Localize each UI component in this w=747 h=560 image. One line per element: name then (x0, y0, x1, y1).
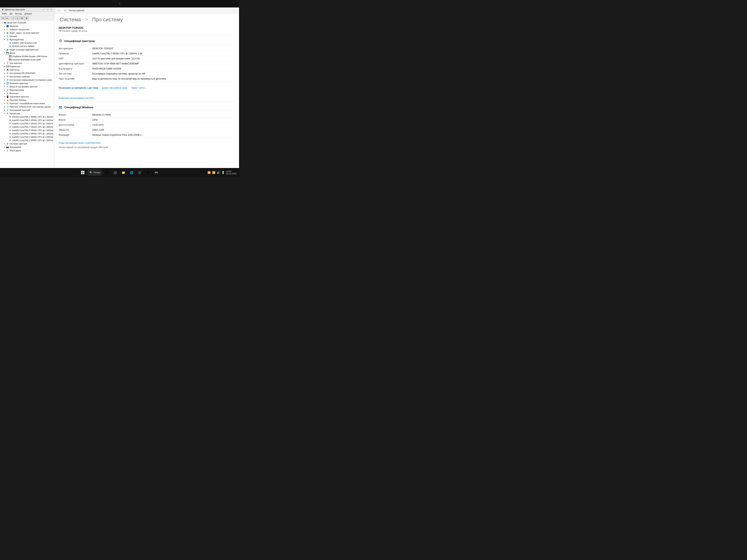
tree-item[interactable]: ►🖥Монітори (0, 92, 54, 95)
back-button[interactable]: ◄ (1, 16, 5, 20)
tree-item[interactable]: ►🔋Батареї (0, 34, 54, 38)
tree-item[interactable]: ►⚙Контролери універсальної послідовної ш… (0, 78, 54, 82)
tree-toggle-icon[interactable]: ► (3, 150, 6, 151)
link-ms-agreement[interactable]: Угода про використання служб Microsoft (59, 142, 101, 144)
tree-item[interactable]: ⚙Intel(R) Core(TM) i7-8550U CPU @ 1.80GH… (0, 115, 54, 118)
tree-toggle-icon[interactable]: ► (3, 25, 6, 27)
settings-back-button[interactable]: ← (57, 8, 61, 12)
tree-item[interactable]: ►🔊Аудіо-, відео- та ігрові пристрої (0, 31, 54, 34)
tree-item[interactable]: ►⚙Мікропрограма: (0, 88, 54, 92)
tree-item[interactable]: ►🔒Пристрої безпеки (0, 98, 54, 102)
taskbar-edge[interactable]: 🌐 (128, 169, 135, 176)
tree-toggle-icon[interactable]: ► (3, 69, 6, 71)
tree-toggle-icon[interactable]: ► (3, 82, 6, 84)
tree-item[interactable]: ⚙Intel(R) Core(TM) i7-8550U CPU @ 1.80GH… (0, 129, 54, 132)
properties-button[interactable]: ? (11, 16, 15, 20)
taskbar-explorer[interactable]: 📁 (120, 169, 127, 176)
taskbar-search[interactable]: 🔍 Пошук (87, 169, 103, 176)
tree-toggle-icon[interactable]: ► (3, 106, 6, 108)
tree-toggle-icon[interactable]: ► (3, 32, 6, 34)
tree-item[interactable]: 🖥Intel(R) UHD Graphics 620 (0, 41, 54, 45)
taskbar-settings[interactable]: ⚙ (144, 169, 152, 176)
tree-item[interactable]: ▼🖥Відеоадаптери (0, 38, 54, 41)
tree-toggle-icon[interactable]: ► (3, 79, 6, 81)
tree-toggle-icon[interactable]: ► (3, 72, 6, 74)
tree-item[interactable]: ⚙Intel(R) Core(TM) i7-8550U CPU @ 1.80GH… (0, 135, 54, 139)
maximize-button[interactable]: □ (46, 8, 49, 11)
tree-item[interactable]: ►⚙Пристрої з інтерфейсом користувача (0, 102, 54, 105)
tree-toggle-icon[interactable]: ► (3, 76, 6, 77)
tree-toggle-icon[interactable]: ► (3, 62, 6, 64)
tree-item[interactable]: ►🔊Вхідні та вихідні аудіопристрої (0, 48, 54, 51)
tree-item[interactable]: ►💿Пристрої читання DVD- або компакт-диск… (0, 105, 54, 108)
tree-toggle-icon[interactable]: ► (3, 65, 6, 68)
tray-battery[interactable]: 🔋 (221, 170, 225, 175)
tree-item[interactable]: ⚙Intel(R) Core(TM) i7-8550U CPU @ 1.80GH… (0, 139, 54, 142)
tree-node-icon: 💾 (8, 58, 11, 61)
tree-item[interactable]: ⚙Intel(R) Core(TM) i7-8550U CPU @ 1.80GH… (0, 125, 54, 129)
tree-toggle-icon[interactable]: ► (3, 49, 6, 51)
tree-item[interactable]: ►📁Software components (0, 28, 54, 31)
tray-chevron[interactable]: 🔼 (207, 170, 211, 175)
tree-item[interactable]: ►🌐Мережеві адаптери (0, 82, 54, 85)
tree-item[interactable]: ►⚙Програмний пристрій (0, 108, 54, 112)
tree-item[interactable]: ►⚙Контролери IDE ATA/ATAPI (0, 72, 54, 75)
display-button[interactable]: 🖥 (24, 16, 29, 20)
tree-toggle-icon[interactable]: ► (3, 92, 6, 94)
tree-item[interactable]: ►🔵Bluetooth (0, 24, 54, 28)
tree-toggle-icon[interactable]: ▼ (1, 22, 3, 24)
tree-item[interactable]: ►⚙Системні пристрої (0, 142, 54, 145)
menu-help[interactable]: Довідка (23, 12, 33, 15)
tree-item[interactable]: ►📷Фотокамери (0, 145, 54, 149)
tree-toggle-icon[interactable]: ► (3, 35, 6, 37)
close-button[interactable]: × (50, 8, 52, 11)
link-domain[interactable]: Домен або робоча група (102, 87, 127, 89)
tree-toggle-icon[interactable]: ► (3, 89, 6, 91)
link-advanced-settings[interactable]: Додаткові налаштування системи (59, 97, 94, 99)
settings-menu-button[interactable]: ≡ (63, 8, 67, 12)
taskbar-xbox[interactable]: 🎮 (153, 169, 160, 176)
tree-item[interactable]: ►❓Інші пристрої (0, 61, 54, 65)
link-related-topics[interactable]: Посилання на матеріали з цієї теми (59, 87, 98, 89)
tree-item[interactable]: 🖥NVIDIA GeForce 940MX (0, 45, 54, 48)
tray-network[interactable]: 📶 (212, 170, 216, 175)
menu-view[interactable]: Вигляд (14, 12, 23, 15)
tree-toggle-icon[interactable]: ► (3, 103, 6, 104)
tree-item[interactable]: 💾SanDisk SD8SN8U-512G-1006 (0, 58, 54, 61)
tree-item[interactable]: ►📱Портативні пристрої (0, 95, 54, 98)
scan-button[interactable]: ⊡ (16, 16, 20, 20)
tree-toggle-icon[interactable]: ▼ (3, 38, 6, 41)
start-button[interactable] (79, 169, 86, 176)
tree-item[interactable]: ▼💻DESKTOP-TCROI2C (0, 21, 54, 24)
tree-toggle-icon[interactable]: ► (3, 146, 6, 148)
tree-item[interactable]: ▼💾Диски (0, 51, 54, 55)
tree-toggle-icon[interactable]: ► (3, 109, 6, 111)
tree-item[interactable]: 💾ChipBank SD/MM Reader USB Device (0, 55, 54, 58)
tree-toggle-icon[interactable]: ► (3, 96, 6, 98)
menu-file[interactable]: Файл (1, 12, 8, 15)
uninstall-button[interactable]: ✖ (20, 16, 24, 20)
tree-item[interactable]: ⚙Intel(R) Core(TM) i7-8550U CPU @ 1.80GH… (0, 122, 54, 125)
tree-item[interactable]: ►⌨Клавіатури (0, 65, 54, 68)
tree-toggle-icon[interactable]: ► (3, 99, 6, 101)
tree-item[interactable]: ►🖱Миша й інші вказівні пристрої (0, 85, 54, 88)
link-protection[interactable]: Захист систе... (131, 87, 147, 89)
forward-button[interactable]: ► (5, 16, 9, 20)
tray-sound[interactable]: 🔊 (216, 170, 221, 175)
tree-toggle-icon[interactable]: ► (3, 86, 6, 87)
minimize-button[interactable]: — (42, 8, 45, 11)
tree-toggle-icon[interactable]: ► (3, 29, 6, 30)
tree-item[interactable]: ⚙Intel(R) Core(TM) i7-8550U CPU @ 1.80GH… (0, 118, 54, 122)
tree-item[interactable]: ⚙Intel(R) Core(TM) i7-8550U CPU @ 1.80GH… (0, 132, 54, 135)
tree-toggle-icon[interactable]: ▼ (3, 112, 6, 114)
menu-action[interactable]: Дія (8, 12, 14, 15)
tree-item[interactable]: ►🖨Черги друку (0, 149, 54, 152)
taskbar-taskview[interactable]: 🗂 (103, 169, 111, 176)
tree-toggle-icon[interactable]: ► (3, 143, 6, 145)
taskbar-store[interactable]: 🛒 (136, 169, 144, 176)
taskbar-chat[interactable]: 🎥 (111, 169, 119, 176)
tree-item[interactable]: ▼⚙Процесори (0, 112, 54, 115)
tree-item[interactable]: ►⚙Контролери сховища (0, 75, 54, 78)
tree-item[interactable]: ►💻Комп'ютер (0, 68, 54, 72)
tree-toggle-icon[interactable]: ▼ (3, 52, 6, 54)
